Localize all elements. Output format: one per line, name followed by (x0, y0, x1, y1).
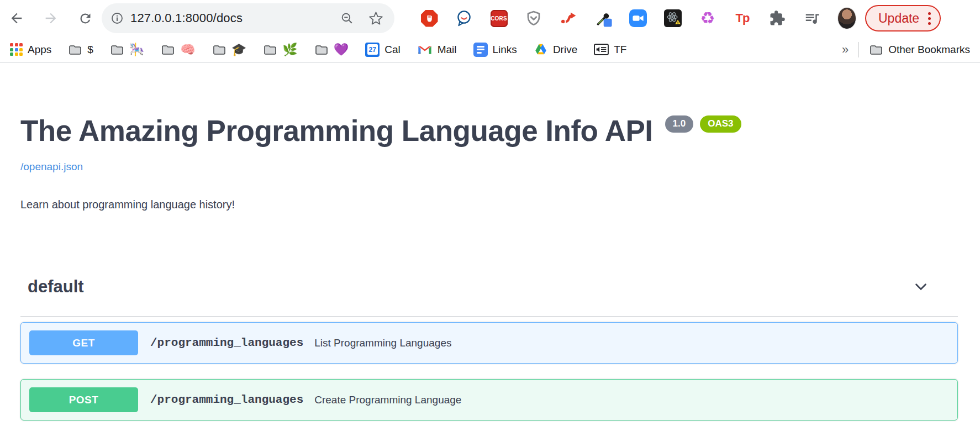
default-tag-section: default GET /programming_languages List … (20, 276, 958, 421)
cors-extension-icon[interactable]: CORS (489, 9, 508, 28)
bookmark-folder-graduation[interactable]: 🎓 (212, 44, 246, 56)
tag-header[interactable]: default (20, 276, 958, 317)
other-bookmarks[interactable]: Other Bookmarks (869, 44, 970, 56)
oas3-badge: OAS3 (700, 115, 741, 133)
extensions-puzzle-icon[interactable] (768, 9, 787, 28)
playlist-music-icon[interactable] (803, 9, 821, 28)
bookmark-apps[interactable]: Apps (10, 43, 51, 56)
site-info-icon[interactable] (110, 12, 124, 25)
bookmark-folder-dollar[interactable]: $ (68, 44, 93, 56)
url-text[interactable]: 127.0.0.1:8000/docs (130, 11, 243, 25)
folder-icon (314, 44, 329, 56)
back-button[interactable] (8, 9, 25, 27)
post-method-button[interactable]: POST (29, 387, 138, 412)
adblock-icon[interactable] (420, 9, 439, 28)
folder-icon (68, 44, 82, 56)
bookmark-drive[interactable]: Drive (534, 43, 577, 56)
chevron-down-icon[interactable] (910, 276, 931, 297)
browser-window: 127.0.0.1:8000/docs (0, 0, 980, 431)
tp-extension-icon[interactable]: Tp (733, 9, 752, 28)
zoom-out-icon[interactable] (340, 12, 354, 25)
react-devtools-icon[interactable] (663, 9, 682, 28)
zoom-camera-icon[interactable] (629, 9, 647, 28)
reload-icon (78, 11, 93, 26)
page-title: The Amazing Programming Language Info AP… (20, 114, 653, 148)
bookmarks-divider (858, 42, 859, 57)
bookmark-folder-purple-heart[interactable]: 💜 (314, 44, 349, 56)
browser-toolbar: 127.0.0.1:8000/docs (0, 0, 980, 36)
gmail-icon (417, 44, 433, 55)
folder-icon (212, 44, 226, 56)
google-calendar-icon: 27 (365, 43, 380, 57)
get-method-button[interactable]: GET (29, 330, 138, 355)
folder-icon (110, 44, 124, 56)
bookmarks-overflow-chevron[interactable]: » (842, 43, 849, 57)
tf-card-icon (594, 44, 609, 55)
chat-bubble-extension-icon[interactable] (455, 9, 473, 28)
address-bar[interactable]: 127.0.0.1:8000/docs (102, 3, 394, 33)
apps-grid-icon (10, 43, 23, 56)
recycle-extension-icon[interactable]: ♻ (698, 9, 717, 28)
folder-icon (263, 44, 277, 56)
endpoint-path: /programming_languages (150, 393, 303, 406)
back-arrow-icon (9, 10, 24, 26)
folder-icon (869, 44, 883, 56)
reload-button[interactable] (76, 9, 94, 27)
purple-heart-emoji: 💜 (334, 44, 349, 56)
profile-avatar[interactable] (837, 9, 856, 28)
openapi-json-link[interactable]: /openapi.json (20, 161, 83, 173)
bookmark-tf[interactable]: TF (594, 44, 626, 56)
herb-emoji: 🌿 (282, 44, 297, 56)
bookmark-folder-herb[interactable]: 🌿 (263, 44, 297, 56)
endpoint-row-post-programming-languages[interactable]: POST /programming_languages Create Progr… (20, 379, 958, 421)
swagger-ui-page: The Amazing Programming Language Info AP… (0, 63, 980, 431)
update-button[interactable]: Update (865, 5, 941, 31)
api-description: Learn about programming language history… (20, 198, 958, 211)
forward-button[interactable] (42, 9, 60, 27)
endpoint-row-get-programming-languages[interactable]: GET /programming_languages List Programm… (20, 322, 958, 364)
bookmark-gmail[interactable]: Mail (417, 44, 457, 56)
kebab-menu-icon[interactable] (928, 12, 931, 25)
color-picker-icon[interactable] (594, 9, 613, 28)
bookmark-folder-carousel[interactable]: 🎠 (110, 44, 144, 56)
carousel-horse-emoji: 🎠 (129, 44, 144, 56)
links-list-icon (473, 43, 488, 57)
bookmark-star-icon[interactable] (368, 11, 383, 26)
red-arrow-extension-icon[interactable] (559, 9, 578, 28)
version-badge: 1.0 (665, 115, 694, 133)
folder-icon (161, 44, 175, 56)
endpoint-summary: List Programming Languages (314, 337, 451, 349)
brain-emoji: 🧠 (180, 44, 195, 56)
graduation-cap-emoji: 🎓 (231, 44, 246, 56)
extensions-row: CORS (420, 9, 856, 28)
pocket-shield-icon[interactable] (524, 9, 543, 28)
bookmark-calendar[interactable]: 27 Cal (365, 43, 401, 57)
google-drive-icon (534, 43, 548, 56)
bookmarks-bar: Apps $ 🎠 🧠 🎓 🌿 💜 27 Cal (0, 36, 980, 63)
tag-title: default (28, 277, 84, 297)
endpoint-path: /programming_languages (150, 337, 303, 349)
bookmark-links[interactable]: Links (473, 43, 517, 57)
endpoint-summary: Create Programming Language (314, 394, 461, 406)
forward-arrow-icon (43, 10, 59, 26)
bookmark-folder-brain[interactable]: 🧠 (161, 44, 195, 56)
